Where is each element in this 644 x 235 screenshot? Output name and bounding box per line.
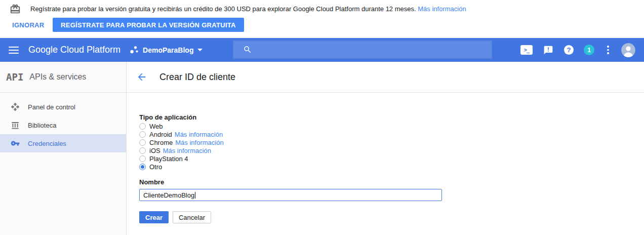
more-info-link[interactable]: Más información bbox=[175, 131, 223, 138]
sidebar: API APIs & services Panel de control Bib… bbox=[0, 62, 127, 235]
radio-option-chrome[interactable]: Chrome Más información bbox=[139, 138, 644, 146]
key-icon bbox=[11, 139, 20, 148]
sidebar-header: API APIs & services bbox=[0, 62, 126, 93]
search-box[interactable] bbox=[233, 41, 492, 59]
name-input[interactable]: ClienteDemoBlog bbox=[139, 189, 442, 201]
menu-icon[interactable] bbox=[8, 44, 20, 56]
radio-option-otro[interactable]: Otro bbox=[139, 163, 644, 171]
back-arrow-icon[interactable] bbox=[136, 71, 147, 83]
project-picker[interactable]: DemoParaBlog bbox=[129, 45, 203, 55]
trial-banner-message: Regístrate para probar la versión gratui… bbox=[30, 5, 466, 13]
sidebar-item-biblioteca[interactable]: Biblioteca bbox=[0, 116, 126, 134]
sidebar-item-label: Biblioteca bbox=[28, 122, 56, 129]
cloud-shell-icon[interactable]: >_ bbox=[520, 45, 533, 55]
radio-label: Chrome bbox=[149, 139, 173, 146]
application-type-label: Tipo de aplicación bbox=[139, 113, 644, 121]
more-info-link[interactable]: Más información bbox=[418, 5, 466, 13]
radio-label: iOS bbox=[149, 147, 160, 154]
appbar-actions: >_ ? 1 bbox=[520, 38, 644, 62]
sidebar-title: APIs & services bbox=[29, 72, 86, 82]
more-info-link[interactable]: Más información bbox=[163, 147, 211, 154]
create-button[interactable]: Crear bbox=[139, 211, 169, 223]
radio-label: PlayStation 4 bbox=[149, 155, 188, 163]
radio-option-ios[interactable]: iOS Más información bbox=[139, 146, 644, 154]
appbar: Google Cloud Platform DemoParaBlog >_ ? … bbox=[0, 38, 644, 62]
application-type-options: Web Android Más información Chrome Más i… bbox=[139, 122, 644, 171]
api-logo: API bbox=[6, 71, 23, 83]
name-input-value: ClienteDemoBlog bbox=[143, 191, 194, 199]
search-icon bbox=[243, 45, 252, 54]
chevron-down-icon bbox=[197, 49, 203, 51]
radio-icon bbox=[139, 131, 146, 138]
feedback-icon[interactable] bbox=[543, 45, 553, 55]
product-name[interactable]: Google Cloud Platform bbox=[28, 45, 120, 55]
sidebar-item-panel-de-control[interactable]: Panel de control bbox=[0, 98, 126, 116]
trial-banner-text: Regístrate para probar la versión gratui… bbox=[30, 5, 416, 13]
sidebar-nav: Panel de control Biblioteca Credenciales bbox=[0, 93, 126, 152]
ignore-button[interactable]: IGNORAR bbox=[12, 21, 45, 29]
text-cursor bbox=[195, 192, 195, 199]
project-name: DemoParaBlog bbox=[143, 46, 193, 54]
create-client-form: Tipo de aplicación Web Android Más infor… bbox=[127, 93, 644, 223]
radio-option-android[interactable]: Android Más información bbox=[139, 130, 644, 138]
help-icon[interactable]: ? bbox=[564, 45, 574, 55]
avatar[interactable] bbox=[621, 43, 635, 57]
radio-icon bbox=[139, 155, 146, 162]
radio-label: Otro bbox=[149, 163, 162, 171]
project-icon bbox=[129, 45, 139, 55]
radio-icon bbox=[139, 147, 146, 154]
main-panel: Crear ID de cliente Tipo de aplicación W… bbox=[127, 62, 644, 235]
radio-icon bbox=[139, 164, 146, 170]
search-input[interactable] bbox=[257, 46, 487, 54]
library-icon bbox=[11, 121, 20, 130]
sidebar-item-credenciales[interactable]: Credenciales bbox=[0, 134, 126, 152]
page-title: Crear ID de cliente bbox=[159, 72, 235, 83]
more-info-link[interactable]: Más información bbox=[175, 139, 223, 146]
radio-icon bbox=[139, 139, 146, 146]
radio-icon bbox=[139, 123, 146, 130]
page-header: Crear ID de cliente bbox=[127, 62, 644, 93]
radio-label: Web bbox=[149, 123, 163, 130]
radio-label: Android bbox=[149, 131, 172, 138]
trial-banner: Regístrate para probar la versión gratui… bbox=[0, 0, 644, 38]
notifications-badge[interactable]: 1 bbox=[584, 45, 594, 55]
form-actions: Crear Cancelar bbox=[139, 211, 644, 223]
more-options-icon[interactable] bbox=[605, 46, 612, 54]
gift-icon bbox=[10, 4, 21, 15]
sidebar-item-label: Credenciales bbox=[28, 140, 66, 147]
radio-option-playstation4[interactable]: PlayStation 4 bbox=[139, 154, 644, 163]
sidebar-item-label: Panel de control bbox=[28, 103, 75, 111]
signup-free-trial-button[interactable]: REGÍSTRATE PARA PROBAR LA VERSIÓN GRATUI… bbox=[53, 18, 244, 32]
radio-option-web[interactable]: Web bbox=[139, 122, 644, 130]
name-label: Nombre bbox=[139, 178, 644, 186]
cancel-button[interactable]: Cancelar bbox=[173, 211, 211, 223]
dashboard-icon bbox=[11, 102, 20, 111]
